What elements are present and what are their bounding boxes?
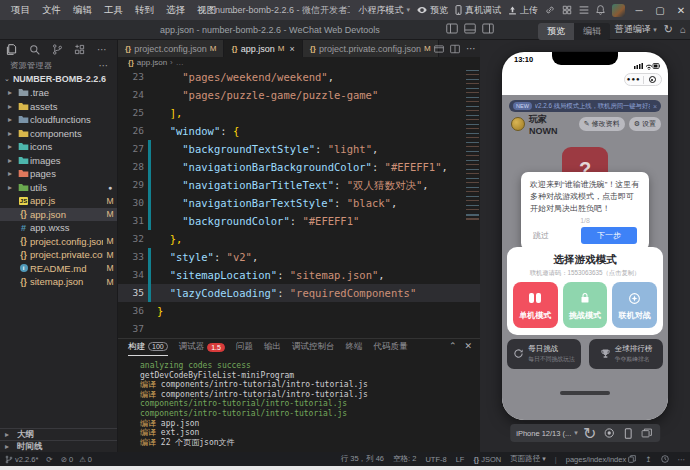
code-line-27[interactable]: 27 "backgroundTextStyle": "light", [118,140,480,158]
secondary-button-每日挑战[interactable]: 每日挑战每日不同挑战玩法 [507,339,581,369]
editor-tab-project.private.config.json[interactable]: {}project.private.config.jsonM [303,40,439,57]
git-branch-status[interactable]: v2.2.6* [5,455,38,464]
code-line-37[interactable]: 37 [118,320,480,338]
device-debug-button[interactable]: 真机调试 [455,4,501,17]
compile-mode-selector[interactable]: 普通编译 ▾ [615,23,657,36]
panel-tab-代码质量[interactable]: 代码质量 [373,339,407,356]
tree-item-app.json[interactable]: {}app.jsonM [0,208,117,222]
panel-tab-调试器[interactable]: 调试器1.5 [179,339,225,356]
menu-item[interactable]: 编辑 [68,2,97,19]
skip-button[interactable]: 跳过 [533,230,549,241]
menu-item[interactable]: 转到 [130,2,159,19]
home-icon[interactable] [644,76,662,83]
edit-profile-button[interactable]: ✎修改资料 [579,117,625,131]
panel-tab-输出[interactable]: 输出 [264,339,281,356]
maximize-button[interactable]: ▢ [653,5,667,16]
close-tab-icon[interactable]: × [289,44,294,54]
link-icon[interactable] [545,5,555,15]
device-selector[interactable]: iPhone 12/13 (...▾ [516,429,578,438]
clear-cache-icon[interactable]: ⌂ [680,24,686,35]
next-step-button[interactable]: 下一步 [581,227,637,244]
menu-item[interactable]: 选择 [161,2,190,19]
close-button[interactable]: ✕ [674,5,688,16]
tree-item-pages[interactable]: ▸pages [0,167,117,181]
current-page-path[interactable]: pages/index/index [566,455,636,464]
mode-button-单机模式[interactable]: 单机模式 [513,282,558,328]
history-icon[interactable] [661,455,669,463]
panel-layout-icon[interactable] [464,23,476,34]
sidebar-section[interactable]: ▸大纲 [0,428,117,440]
recompile-icon[interactable]: ↻ [664,23,673,36]
preview-button[interactable]: 预览 [417,4,448,17]
upload-status-icon[interactable]: ↥ [645,455,651,464]
editor-tab-app.json[interactable]: {}app.jsonM× [224,40,302,57]
settings-button[interactable]: ⚙设置 [629,117,661,131]
tree-item-utils[interactable]: ▸utils● [0,181,117,195]
encoding[interactable]: UTF-8 [425,455,446,464]
eol[interactable]: LF [456,455,465,464]
record-icon[interactable] [602,427,616,439]
multi-window-icon[interactable] [640,427,654,439]
menu-item[interactable]: 项目 [6,2,35,19]
git-branch-icon[interactable] [52,44,63,55]
panel-tab-调试控制台[interactable]: 调试控制台 [292,339,335,356]
tree-item-components[interactable]: ▸components [0,127,117,141]
rotate-icon[interactable]: ↻ [583,427,597,439]
banner-close-icon[interactable]: × [653,103,657,110]
tree-item-project.config.json[interactable]: {}project.config.jsonM [0,235,117,249]
secondary-button-全球排行榜[interactable]: 全球排行榜争夺巅峰排名 [589,339,663,369]
tree-item-sitemap.json[interactable]: {}sitemap.jsonM [0,275,117,289]
explorer-icon[interactable] [6,44,17,55]
more-actions-icon[interactable]: ⋯ [466,43,476,54]
sidebar-section[interactable]: ▸时间线 [0,440,117,452]
grid-icon[interactable] [562,5,572,15]
avatar[interactable] [612,4,625,17]
code-line-26[interactable]: 26 "window": { [118,122,480,140]
code-line-23[interactable]: 23 "pages/weekend/weekend", [118,68,480,86]
announcement-banner[interactable]: NEW v2.2.6 残局模式上线，联机房间一键与好友畅玩！ × [509,100,661,112]
code-line-30[interactable]: 30 "navigationBarTextStyle": "black", [118,194,480,212]
breadcrumb[interactable]: {} app.json ›… [118,57,480,68]
copy-icon[interactable] [628,455,636,463]
code-line-28[interactable]: 28 "navigationBarBackgroundColor": "#EFE… [118,158,480,176]
code-line-36[interactable]: 36} [118,302,480,320]
problems-status[interactable]: ⊘0 ⚠0 [61,455,92,464]
invite-code[interactable]: 联机邀请码：1553063635（点击复制） [513,269,657,278]
tree-item-icons[interactable]: ▸icons [0,140,117,154]
code-line-31[interactable]: 31 "backgroundColor": "#EFEFF1" [118,212,480,230]
sim-edit-tab[interactable]: 编辑 [574,23,610,40]
sim-preview-tab[interactable]: 预览 [538,23,574,40]
menu-item[interactable]: 工具 [99,2,128,19]
minimap[interactable] [466,70,479,220]
tree-item-README.md[interactable]: iREADME.mdM [0,262,117,276]
upload-button[interactable]: 上传 [508,4,538,17]
code-line-33[interactable]: 33 "style": "v2", [118,248,480,266]
code-line-32[interactable]: 32 }, [118,230,480,248]
cursor-position[interactable]: 行 35，列 46 [341,454,384,464]
indentation[interactable]: 空格: 2 [393,454,416,464]
tree-item-project.private.confi...[interactable]: {}project.private.confi...M [0,248,117,262]
split-layout-icon[interactable] [482,23,494,34]
code-editor[interactable]: 23 "pages/weekend/weekend",24 "pages/puz… [118,68,480,338]
language-mode[interactable]: {}JSON [473,455,501,464]
tree-item-cloudfunctions[interactable]: ▸cloudfunctions [0,113,117,127]
more-icon[interactable]: ⋯ [678,455,686,464]
more-icon[interactable]: ●●● [625,74,643,85]
panel-tab-问题[interactable]: 问题 [236,339,253,356]
extensions-icon[interactable] [74,44,85,55]
mode-button-联机对战[interactable]: 联机对战 [612,282,657,328]
mode-selector[interactable]: 小程序模式▾ [358,4,410,17]
search-icon[interactable] [29,44,40,55]
panel-collapse-icon[interactable]: ⌃ [449,341,457,351]
project-root[interactable]: ⌄ NUMBER-BOMB-2.2.6 [0,72,117,86]
code-line-25[interactable]: 25 ], [118,104,480,122]
sync-icon[interactable]: ⟳ [46,455,52,464]
menu-icon[interactable] [579,6,589,14]
mode-button-挑战模式[interactable]: 挑战模式 [563,282,608,328]
more-icon[interactable]: ⋯ [97,44,107,55]
bell-icon[interactable] [596,5,605,15]
tree-item-assets[interactable]: ▸assets [0,100,117,114]
open-preview-icon[interactable] [434,44,444,54]
explorer-more-icon[interactable]: ⋯ [99,60,110,71]
menu-item[interactable]: 文件 [37,2,66,19]
